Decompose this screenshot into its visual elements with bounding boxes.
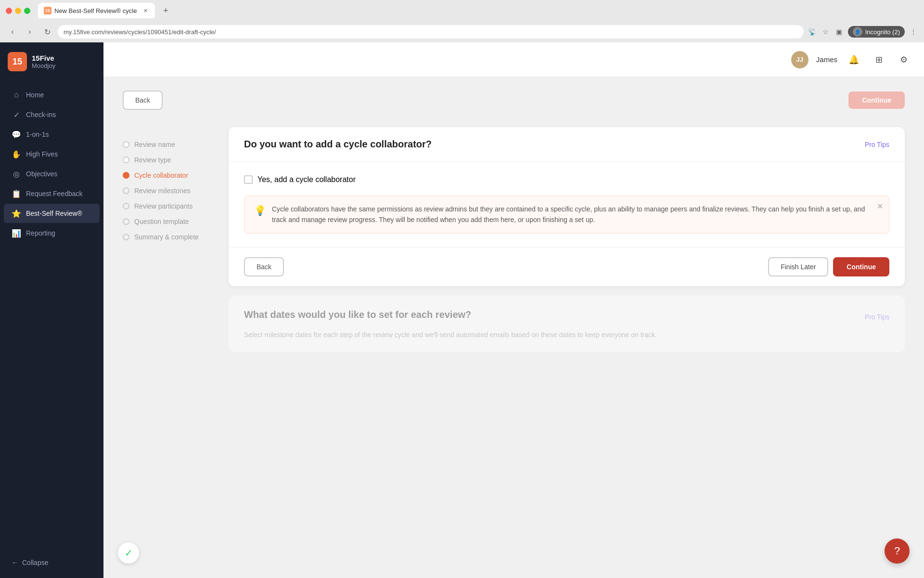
sidebar-item-highfives[interactable]: ✋ High Fives (4, 144, 100, 164)
sidebar: 15 15Five Moodjoy ⌂ Home ✓ Check-ins 💬 1… (0, 42, 103, 578)
finish-later-button[interactable]: Finish Later (768, 257, 828, 276)
header-username: James (816, 55, 837, 64)
browser-tab[interactable]: 15 New Best-Self Review® cycle ✕ (38, 3, 155, 18)
step-dot-question-template (123, 218, 129, 225)
step-label-cycle-collaborator: Cycle collaborator (134, 171, 188, 179)
reporting-icon: 📊 (12, 228, 21, 238)
bestselfreview-icon: ⭐ (12, 209, 21, 218)
sidebar-item-1on1s-label: 1-on-1s (26, 131, 49, 138)
window-controls (6, 8, 30, 14)
address-bar[interactable]: my.15five.com/reviews/cycles/1090451/edi… (58, 25, 804, 39)
minimize-window-button[interactable] (15, 8, 21, 14)
requestfeedback-icon: 📋 (12, 189, 21, 198)
support-check-icon: ✓ (125, 547, 133, 559)
section-content: Yes, add a cycle collaborator 💡 Cycle co… (229, 162, 905, 247)
sidebar-nav: ⌂ Home ✓ Check-ins 💬 1-on-1s ✋ High Five… (0, 81, 103, 547)
lightbulb-icon: 💡 (254, 205, 266, 225)
sidebar-item-highfives-label: High Fives (26, 150, 58, 158)
action-row: Back Finish Later Continue (229, 247, 905, 286)
main-wizard-card: Do you want to add a cycle collaborator?… (229, 127, 905, 286)
step-label-review-milestones: Review milestones (134, 187, 191, 195)
faded-milestones-card: What dates would you like to set for eac… (229, 296, 905, 352)
collapse-icon: ← (12, 559, 18, 566)
sidebar-item-objectives-label: Objectives (26, 170, 57, 178)
sidebar-item-requestfeedback-label: Request Feedback (26, 190, 83, 197)
sidebar-logo: 15 15Five Moodjoy (0, 42, 103, 81)
step-dot-review-type (123, 157, 129, 163)
objectives-icon: ◎ (12, 169, 21, 179)
cycle-collaborator-checkbox[interactable] (244, 175, 253, 184)
new-tab-button[interactable]: + (159, 4, 172, 17)
step-review-milestones: Review milestones (123, 183, 229, 198)
logo-name: 15Five (32, 54, 55, 62)
step-review-name: Review name (123, 137, 229, 152)
settings-icon[interactable]: ⚙ (895, 51, 912, 68)
support-widget[interactable]: ✓ (118, 542, 139, 564)
help-icon: ? (894, 545, 900, 557)
section-title: Do you want to add a cycle collaborator? (244, 139, 432, 150)
notifications-icon[interactable]: 🔔 (845, 51, 862, 68)
wizard-container: Review name Review type Cycle collaborat… (123, 127, 905, 352)
faded-section-description: Select milestone dates for each step of … (244, 331, 889, 339)
step-label-question-template: Question template (134, 218, 189, 225)
step-label-review-name: Review name (134, 141, 175, 148)
apps-icon[interactable]: ⊞ (870, 51, 887, 68)
collapse-button[interactable]: ← Collapse (8, 555, 96, 570)
browser-chrome: 15 New Best-Self Review® cycle ✕ + ‹ › ↻… (0, 0, 924, 42)
logo-sub: Moodjoy (32, 62, 55, 69)
checkbox-row: Yes, add a cycle collaborator (244, 175, 889, 184)
faded-pro-tips-link: Pro Tips (865, 313, 889, 321)
step-question-template: Question template (123, 214, 229, 229)
pro-tips-link[interactable]: Pro Tips (865, 141, 889, 148)
steps-panel: Review name Review type Cycle collaborat… (123, 127, 229, 352)
info-box: 💡 Cycle collaborators have the same perm… (244, 196, 889, 234)
collapse-label: Collapse (22, 559, 48, 566)
url-text: my.15five.com/reviews/cycles/1090451/edi… (64, 28, 216, 36)
sidebar-item-reporting-label: Reporting (26, 229, 55, 237)
forward-nav-button[interactable]: › (23, 25, 37, 39)
section-header: Do you want to add a cycle collaborator?… (229, 127, 905, 162)
continue-button[interactable]: Continue (833, 257, 889, 276)
step-label-review-type: Review type (134, 156, 171, 164)
tab-title: New Best-Self Review® cycle (54, 7, 137, 14)
top-nav-row: Back Continue (123, 87, 905, 118)
profile-avatar-sm: 👤 (853, 27, 862, 37)
step-dot-review-participants (123, 203, 129, 210)
incognito-label: Incognito (2) (865, 28, 900, 36)
checkbox-label: Yes, add a cycle collaborator (257, 175, 356, 184)
back-nav-button[interactable]: ‹ (6, 25, 19, 39)
help-button[interactable]: ? (885, 539, 910, 564)
step-dot-cycle-collaborator (123, 172, 129, 179)
back-button[interactable]: Back (244, 257, 284, 276)
info-close-button[interactable]: ✕ (877, 202, 883, 211)
main-content: JJ James 🔔 ⊞ ⚙ Back Continue Review name (103, 42, 924, 578)
sidebar-item-checkins[interactable]: ✓ Check-ins (4, 105, 100, 124)
sidebar-item-reporting[interactable]: 📊 Reporting (4, 223, 100, 243)
maximize-window-button[interactable] (24, 8, 30, 14)
sidebar-item-home-label: Home (26, 91, 44, 99)
sidebar-item-requestfeedback[interactable]: 📋 Request Feedback (4, 184, 100, 203)
close-window-button[interactable] (6, 8, 12, 14)
step-dot-review-name (123, 141, 129, 148)
faded-section-title: What dates would you like to set for eac… (244, 309, 471, 320)
top-continue-button[interactable]: Continue (848, 92, 905, 109)
step-review-participants: Review participants (123, 198, 229, 214)
top-back-button[interactable]: Back (123, 91, 163, 110)
menu-button[interactable]: ⋮ (909, 27, 918, 37)
step-label-review-participants: Review participants (134, 202, 192, 210)
tab-favicon: 15 (44, 7, 51, 14)
info-text: Cycle collaborators have the same permis… (272, 204, 879, 225)
profile-button[interactable]: 👤 Incognito (2) (848, 26, 905, 38)
sidebar-toggle-icon[interactable]: ▣ (834, 27, 844, 37)
step-dot-summary-complete (123, 234, 129, 240)
step-review-type: Review type (123, 152, 229, 168)
bookmark-icon[interactable]: ☆ (821, 27, 831, 37)
sidebar-item-1on1s[interactable]: 💬 1-on-1s (4, 125, 100, 144)
step-dot-review-milestones (123, 187, 129, 194)
tab-close-button[interactable]: ✕ (141, 7, 149, 14)
sidebar-item-bestselfreview[interactable]: ⭐ Best-Self Review® (4, 204, 100, 223)
1on1s-icon: 💬 (12, 130, 21, 139)
sidebar-item-home[interactable]: ⌂ Home (4, 85, 100, 105)
sidebar-item-objectives[interactable]: ◎ Objectives (4, 164, 100, 184)
reload-button[interactable]: ↻ (40, 25, 54, 39)
